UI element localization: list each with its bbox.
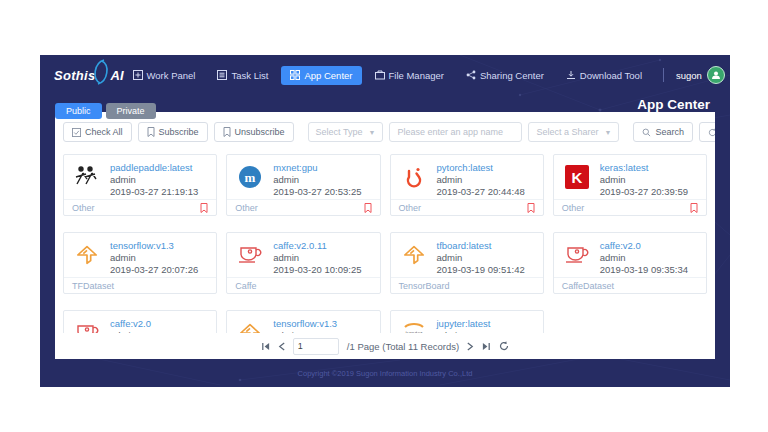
app-card[interactable]: tfboard:latest admin 2019-03-19 09:51:42… <box>390 232 544 294</box>
app-owner: admin <box>437 174 525 185</box>
app-time: 2019-03-19 09:51:42 <box>437 264 525 275</box>
nav-item-file-manager[interactable]: File Manager <box>366 66 453 85</box>
app-center-icon <box>290 70 300 80</box>
last-page-button[interactable] <box>482 342 491 351</box>
app-name-input[interactable] <box>389 122 522 142</box>
app-title-link[interactable]: tensorflow:v1.3 <box>110 240 198 251</box>
app-title-link[interactable]: keras:latest <box>600 162 688 173</box>
sharing-center-icon <box>466 70 476 80</box>
logo: Sothis AI <box>54 68 124 83</box>
sharer-select[interactable]: Select a Sharer ▼ <box>528 122 619 142</box>
user-avatar[interactable] <box>707 66 725 84</box>
app-category: Other <box>235 203 258 213</box>
reset-button[interactable]: Reset <box>699 122 715 142</box>
app-time: 2019-03-19 09:35:34 <box>600 264 688 275</box>
download-tool-icon <box>566 70 576 80</box>
app-owner: admin <box>437 252 525 263</box>
app-owner: admin <box>273 252 361 263</box>
logo-swoosh-icon <box>88 59 114 89</box>
app-title-link[interactable]: pytorch:latest <box>437 162 525 173</box>
app-card[interactable]: caffe:v2.0.11 admin 2019-03-20 10:09:25 … <box>226 232 380 294</box>
nav-item-download-tool[interactable]: Download Tool <box>557 66 651 85</box>
page-title: App Center <box>637 97 710 112</box>
tab-private[interactable]: Private <box>106 103 156 119</box>
app-category: TFDataset <box>72 281 114 291</box>
app-card[interactable]: pytorch:latest admin 2019-03-27 20:44:48… <box>390 154 544 216</box>
caffe-icon <box>562 240 592 275</box>
svg-text:m: m <box>245 170 256 185</box>
app-card[interactable]: m mxnet:gpu admin 2019-03-27 20:53:25 Ot… <box>226 154 380 216</box>
check-all-icon <box>72 128 81 137</box>
type-select[interactable]: Select Type ▼ <box>308 122 384 142</box>
nav-items: Work Panel Task List App Center File Man… <box>124 66 725 85</box>
subscribe-icon <box>147 127 155 137</box>
app-time: 2019-03-27 20:07:26 <box>110 264 198 275</box>
app-category: TensorBoard <box>399 281 450 291</box>
app-time: 2019-03-27 20:39:59 <box>600 186 688 197</box>
tensorboard-icon <box>399 240 429 275</box>
app-owner: admin <box>600 174 688 185</box>
prev-page-button[interactable] <box>278 342 285 351</box>
app-card[interactable]: tensorflow:v1.3 admin 2019-03-27 20:07:2… <box>63 232 217 294</box>
app-category: Other <box>399 203 422 213</box>
app-card[interactable]: caffe:v2.0 admin 2019-03-19 09:35:34 Caf… <box>553 232 707 294</box>
first-page-button[interactable] <box>261 342 270 351</box>
keras-icon: K <box>562 162 592 197</box>
top-navbar: Sothis AI Work Panel Task List App Cente… <box>40 55 730 95</box>
app-owner: admin <box>110 252 198 263</box>
app-title-link[interactable]: caffe:v2.0.11 <box>273 240 361 251</box>
user-menu[interactable]: sugon <box>676 66 725 84</box>
app-time: 2019-03-20 10:09:25 <box>273 264 361 275</box>
subscribed-bookmark-icon[interactable] <box>200 203 208 213</box>
app-category: Caffe <box>235 281 256 291</box>
app-card[interactable]: paddlepaddle:latest admin 2019-03-27 21:… <box>63 154 217 216</box>
pagination-info: /1 Page (Total 11 Records) <box>347 341 459 352</box>
copyright-text: Copyright ©2019 Sugon Information Indust… <box>40 369 730 378</box>
chevron-down-icon: ▼ <box>368 129 375 136</box>
app-card[interactable]: K keras:latest admin 2019-03-27 20:39:59… <box>553 154 707 216</box>
pagination-bar: /1 Page (Total 11 Records) <box>55 333 715 359</box>
app-category: Other <box>562 203 585 213</box>
app-title-link[interactable]: mxnet:gpu <box>273 162 361 173</box>
check-all-button[interactable]: Check All <box>63 122 132 142</box>
nav-item-work-panel[interactable]: Work Panel <box>124 66 205 85</box>
app-title-link[interactable]: paddlepaddle:latest <box>110 162 198 173</box>
app-title-link[interactable]: caffe:v2.0 <box>600 240 688 251</box>
tab-public[interactable]: Public <box>55 103 102 119</box>
next-page-button[interactable] <box>467 342 474 351</box>
app-title-link[interactable]: jupyter:latest <box>437 318 491 329</box>
app-title-link[interactable]: tfboard:latest <box>437 240 525 251</box>
pytorch-icon <box>399 162 429 197</box>
app-time: 2019-03-27 20:44:48 <box>437 186 525 197</box>
subscribed-bookmark-icon[interactable] <box>690 203 698 213</box>
caffe-icon <box>235 240 265 275</box>
app-category: Other <box>72 203 95 213</box>
work-panel-icon <box>133 70 143 80</box>
page-number-input[interactable] <box>293 338 339 355</box>
reset-icon <box>708 128 715 137</box>
screenshot-stage: Sothis AI Work Panel Task List App Cente… <box>0 0 768 432</box>
file-manager-icon <box>375 70 385 80</box>
unsubscribe-icon <box>223 127 231 137</box>
paddlepaddle-icon <box>72 162 102 197</box>
subscribed-bookmark-icon[interactable] <box>364 203 372 213</box>
app-window: Sothis AI Work Panel Task List App Cente… <box>40 55 730 387</box>
app-owner: admin <box>600 252 688 263</box>
subscribe-button[interactable]: Subscribe <box>138 122 208 142</box>
content-panel: Check All Subscribe Unsubscribe Select T… <box>55 112 715 359</box>
app-card-grid: paddlepaddle:latest admin 2019-03-27 21:… <box>55 148 715 359</box>
refresh-icon[interactable] <box>499 341 509 351</box>
subscribed-bookmark-icon[interactable] <box>527 203 535 213</box>
unsubscribe-button[interactable]: Unsubscribe <box>214 122 294 142</box>
username: sugon <box>676 70 702 81</box>
nav-item-task-list[interactable]: Task List <box>208 66 277 85</box>
mxnet-icon: m <box>235 162 265 197</box>
search-button[interactable]: Search <box>633 122 693 142</box>
nav-item-app-center[interactable]: App Center <box>281 66 361 85</box>
app-title-link[interactable]: caffe:v2.0 <box>110 318 151 329</box>
task-list-icon <box>217 70 227 80</box>
app-time: 2019-03-27 21:19:13 <box>110 186 198 197</box>
app-title-link[interactable]: tensorflow:v1.3 <box>273 318 337 329</box>
nav-separator <box>663 68 664 82</box>
nav-item-sharing-center[interactable]: Sharing Center <box>457 66 553 85</box>
